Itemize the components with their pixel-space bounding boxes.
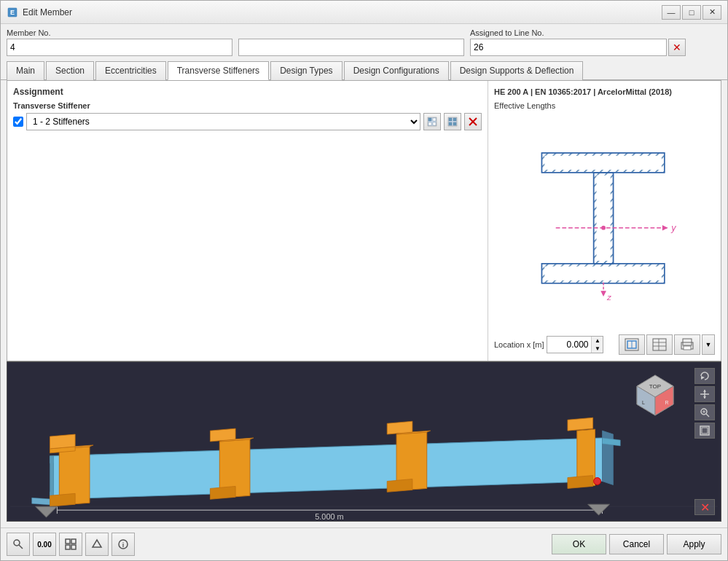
3d-tool-zoom[interactable] — [694, 404, 715, 420]
assigned-clear-button[interactable]: ✕ — [668, 39, 686, 56]
svg-rect-3 — [428, 118, 431, 121]
footer-search-button[interactable] — [7, 533, 30, 556]
view-print-button[interactable] — [674, 334, 700, 355]
tab-bar: Main Section Eccentricities Transverse S… — [1, 60, 727, 80]
stiffener-checkbox[interactable] — [13, 117, 23, 127]
nav-cube-svg: TOP L R — [630, 368, 681, 419]
view-table-button[interactable] — [646, 334, 673, 355]
svg-rect-11 — [453, 122, 456, 125]
svg-rect-97 — [66, 545, 70, 549]
svg-text:y: y — [670, 223, 676, 233]
stiffener-add-button[interactable] — [423, 113, 441, 130]
location-spin-down[interactable]: ▼ — [591, 345, 603, 353]
svg-rect-95 — [66, 539, 70, 544]
svg-rect-6 — [433, 122, 436, 125]
nav-cube[interactable]: TOP L R — [630, 368, 681, 419]
svg-rect-98 — [71, 545, 76, 549]
cancel-button[interactable]: Cancel — [609, 534, 664, 554]
right-panel: HE 200 A | EN 10365:2017 | ArcelorMittal… — [488, 81, 721, 361]
svg-rect-8 — [449, 118, 452, 121]
footer-decimal-button[interactable]: 0.00 — [33, 533, 56, 556]
svg-marker-25 — [662, 225, 668, 231]
3d-view: 5.000 m TOP L R — [7, 361, 721, 522]
svg-text:TOP: TOP — [649, 383, 661, 390]
svg-point-74 — [594, 478, 601, 485]
footer-info-button[interactable]: i — [111, 533, 135, 556]
location-input-group: ▲ ▼ — [547, 336, 603, 353]
svg-marker-86 — [703, 396, 706, 399]
3d-tool-pan[interactable] — [694, 386, 715, 402]
assigned-label: Assigned to Line No. — [470, 28, 686, 37]
minimize-button[interactable]: — — [662, 5, 681, 20]
left-panel: Assignment Transverse Stiffener 1 - 2 St… — [7, 81, 488, 361]
svg-rect-40 — [684, 346, 691, 350]
assigned-input[interactable] — [470, 39, 667, 56]
svg-rect-10 — [449, 122, 452, 125]
svg-line-88 — [706, 414, 709, 417]
section-info-line2: Effective Lengths — [494, 101, 715, 111]
apply-button[interactable]: Apply — [667, 534, 721, 554]
svg-rect-22 — [544, 267, 662, 280]
location-row: Location x [m] ▲ ▼ — [494, 334, 715, 355]
3d-reset-area: ✕ — [694, 499, 715, 515]
tab-transverse-stiffeners[interactable]: Transverse Stiffeners — [168, 61, 269, 80]
window-controls: — □ ✕ — [662, 5, 721, 20]
3d-tool-fit[interactable] — [694, 423, 715, 439]
svg-text:E: E — [10, 9, 15, 16]
middle-field-input[interactable] — [238, 39, 464, 56]
ok-button[interactable]: OK — [552, 534, 606, 554]
svg-marker-54 — [50, 434, 75, 449]
svg-point-27 — [601, 226, 606, 230]
footer-arrow-button[interactable] — [85, 533, 109, 556]
window-title: Edit Member — [23, 7, 662, 17]
assignment-title: Assignment — [13, 87, 482, 97]
tab-eccentricities[interactable]: Eccentricities — [95, 61, 166, 80]
edit-member-window: E Edit Member — □ ✕ Member No. Assigned … — [0, 0, 728, 561]
svg-rect-92 — [702, 428, 708, 434]
3d-tool-rotate[interactable] — [694, 368, 715, 384]
member-no-input[interactable] — [7, 39, 232, 56]
footer-decimal-label: 0.00 — [37, 541, 51, 549]
svg-marker-29 — [600, 291, 606, 297]
svg-text:L: L — [642, 400, 645, 405]
stiffener-delete-button[interactable] — [464, 113, 482, 130]
location-label: Location x [m] — [494, 340, 544, 349]
3d-toolbar — [694, 368, 715, 439]
svg-point-93 — [14, 540, 20, 546]
svg-line-94 — [19, 545, 23, 549]
window-icon: E — [7, 7, 18, 18]
view-dropdown-button[interactable]: ▼ — [702, 334, 715, 355]
footer: 0.00 i OK Cancel Apply — [1, 527, 727, 560]
svg-text:z: z — [606, 293, 611, 302]
location-spinner: ▲ ▼ — [591, 337, 603, 353]
top-fields: Member No. Assigned to Line No. ✕ — [1, 24, 727, 60]
member-no-label: Member No. — [7, 28, 232, 37]
view-section-button[interactable] — [619, 334, 645, 355]
view-buttons: ▼ — [619, 334, 715, 355]
tab-main[interactable]: Main — [7, 61, 44, 80]
svg-marker-82 — [701, 376, 705, 380]
tab-design-types[interactable]: Design Types — [270, 61, 343, 80]
stiffener-subtitle: Transverse Stiffener — [13, 101, 482, 110]
assigned-input-group: ✕ — [470, 39, 686, 56]
tab-design-supports[interactable]: Design Supports & Deflection — [450, 61, 584, 80]
footer-member-button[interactable] — [59, 533, 82, 556]
maximize-button[interactable]: □ — [682, 5, 701, 20]
svg-rect-19 — [596, 176, 610, 261]
tab-section[interactable]: Section — [46, 61, 94, 80]
stiffener-edit-button[interactable] — [444, 113, 461, 130]
stiffener-select[interactable]: 1 - 2 Stiffeners — [26, 113, 420, 130]
svg-rect-16 — [544, 156, 662, 170]
main-content: Assignment Transverse Stiffener 1 - 2 St… — [7, 80, 721, 361]
svg-marker-62 — [387, 421, 412, 434]
location-spin-up[interactable]: ▲ — [591, 337, 603, 345]
section-info-line1: HE 200 A | EN 10365:2017 | ArcelorMittal… — [494, 87, 715, 98]
close-button[interactable]: ✕ — [702, 5, 721, 20]
svg-marker-66 — [568, 476, 593, 489]
tab-design-configurations[interactable]: Design Configurations — [344, 61, 449, 80]
svg-marker-99 — [93, 540, 101, 547]
location-input[interactable] — [547, 337, 591, 353]
3d-reset-button[interactable]: ✕ — [694, 499, 715, 515]
svg-marker-65 — [568, 417, 593, 431]
middle-field-group — [238, 28, 464, 56]
